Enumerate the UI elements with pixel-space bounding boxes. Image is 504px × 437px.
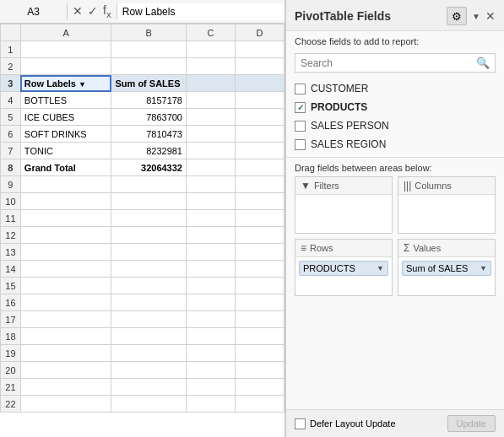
row-number[interactable]: 5 xyxy=(1,109,21,126)
row-number[interactable]: 21 xyxy=(1,379,21,396)
table-cell[interactable] xyxy=(235,58,284,75)
field-item[interactable]: SALES PERSON xyxy=(295,116,496,135)
row-number[interactable]: 11 xyxy=(1,210,21,227)
close-panel-button[interactable]: ✕ xyxy=(485,9,496,23)
row-number[interactable]: 12 xyxy=(1,227,21,244)
cell-reference[interactable]: A3 xyxy=(0,3,68,20)
table-cell[interactable] xyxy=(111,58,187,75)
table-cell[interactable]: SOFT DRINKS xyxy=(20,126,111,143)
table-cell[interactable] xyxy=(235,311,284,328)
table-cell[interactable] xyxy=(235,41,284,58)
col-header-a[interactable]: A xyxy=(20,24,111,41)
table-cell[interactable] xyxy=(111,176,187,193)
table-cell[interactable]: ICE CUBES xyxy=(20,109,111,126)
table-cell[interactable] xyxy=(20,345,111,362)
insert-function-icon[interactable]: fx xyxy=(103,3,111,19)
drop-token[interactable]: PRODUCTS ▼ xyxy=(299,261,388,276)
table-cell[interactable] xyxy=(235,294,284,311)
table-cell[interactable] xyxy=(186,176,235,193)
table-cell[interactable] xyxy=(235,193,284,210)
field-item[interactable]: CUSTOMER xyxy=(295,79,496,98)
table-cell[interactable] xyxy=(186,75,235,92)
table-cell[interactable] xyxy=(186,143,235,159)
table-cell[interactable] xyxy=(20,58,111,75)
field-checkbox[interactable] xyxy=(295,139,306,150)
row-number[interactable]: 2 xyxy=(1,58,21,75)
table-cell[interactable] xyxy=(111,227,187,244)
table-cell[interactable] xyxy=(111,311,187,328)
table-cell[interactable] xyxy=(186,328,235,345)
table-cell[interactable]: 8157178 xyxy=(111,92,187,109)
table-cell[interactable] xyxy=(235,92,284,109)
update-button[interactable]: Update xyxy=(447,415,496,432)
defer-checkbox[interactable] xyxy=(295,418,306,429)
drop-zone[interactable]: ≡RowsPRODUCTS ▼ xyxy=(295,239,393,296)
table-cell[interactable] xyxy=(235,75,284,92)
table-cell[interactable] xyxy=(235,379,284,396)
drop-token[interactable]: Sum of SALES ▼ xyxy=(402,261,491,276)
row-number[interactable]: 8 xyxy=(1,159,21,176)
formula-input[interactable] xyxy=(117,3,285,20)
table-cell[interactable] xyxy=(235,396,284,413)
table-cell[interactable] xyxy=(235,278,284,294)
table-cell[interactable] xyxy=(111,193,187,210)
row-number[interactable]: 18 xyxy=(1,328,21,345)
table-cell[interactable] xyxy=(186,227,235,244)
table-cell[interactable] xyxy=(111,379,187,396)
table-cell[interactable] xyxy=(235,362,284,379)
panel-dropdown-icon[interactable]: ▼ xyxy=(472,12,480,21)
field-item[interactable]: PRODUCTS xyxy=(295,98,496,116)
table-cell[interactable] xyxy=(20,278,111,294)
table-cell[interactable] xyxy=(186,159,235,176)
table-cell[interactable] xyxy=(20,294,111,311)
table-cell[interactable] xyxy=(20,261,111,278)
table-cell[interactable] xyxy=(186,278,235,294)
field-item[interactable]: SALES REGION xyxy=(295,135,496,154)
drop-zone[interactable]: |||Columns xyxy=(398,176,496,234)
row-number[interactable]: 10 xyxy=(1,193,21,210)
row-number[interactable]: 13 xyxy=(1,244,21,261)
table-cell[interactable] xyxy=(20,311,111,328)
col-header-b[interactable]: B xyxy=(111,24,187,41)
table-cell[interactable] xyxy=(235,143,284,159)
table-cell[interactable] xyxy=(235,159,284,176)
table-cell[interactable] xyxy=(111,362,187,379)
table-cell[interactable] xyxy=(235,244,284,261)
table-cell[interactable] xyxy=(111,41,187,58)
table-cell[interactable] xyxy=(20,362,111,379)
table-cell[interactable] xyxy=(20,176,111,193)
table-cell[interactable] xyxy=(20,41,111,58)
table-cell[interactable] xyxy=(186,261,235,278)
row-number[interactable]: 16 xyxy=(1,294,21,311)
table-cell[interactable] xyxy=(20,193,111,210)
table-cell[interactable] xyxy=(186,58,235,75)
table-cell[interactable] xyxy=(186,396,235,413)
table-cell[interactable] xyxy=(111,261,187,278)
col-header-c[interactable]: C xyxy=(186,24,235,41)
table-cell[interactable] xyxy=(186,210,235,227)
table-cell[interactable] xyxy=(235,210,284,227)
table-cell[interactable] xyxy=(20,227,111,244)
table-cell[interactable] xyxy=(186,345,235,362)
table-cell[interactable]: 7863700 xyxy=(111,109,187,126)
table-cell[interactable] xyxy=(20,396,111,413)
table-cell[interactable] xyxy=(186,294,235,311)
row-number[interactable]: 17 xyxy=(1,311,21,328)
table-cell[interactable]: BOTTLES xyxy=(20,92,111,109)
table-cell[interactable] xyxy=(111,345,187,362)
row-number[interactable]: 6 xyxy=(1,126,21,143)
table-cell[interactable] xyxy=(111,328,187,345)
table-cell[interactable] xyxy=(235,176,284,193)
table-cell[interactable] xyxy=(186,126,235,143)
field-checkbox[interactable] xyxy=(295,121,306,132)
field-checkbox[interactable] xyxy=(295,84,306,94)
table-cell[interactable]: Sum of SALES xyxy=(111,75,187,92)
col-header-d[interactable]: D xyxy=(235,24,284,41)
row-number[interactable]: 20 xyxy=(1,362,21,379)
table-cell[interactable]: 32064332 xyxy=(111,159,187,176)
table-cell[interactable] xyxy=(186,92,235,109)
table-cell[interactable] xyxy=(186,109,235,126)
defer-layout-check[interactable]: Defer Layout Update xyxy=(295,418,396,429)
table-cell[interactable] xyxy=(111,244,187,261)
row-number[interactable]: 14 xyxy=(1,261,21,278)
